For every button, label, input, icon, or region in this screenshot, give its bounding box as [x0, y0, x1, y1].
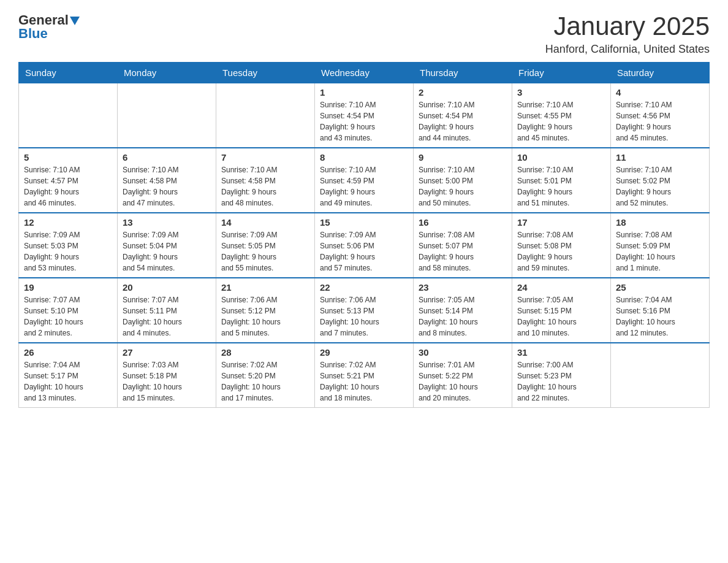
day-info: Sunrise: 7:10 AM Sunset: 4:54 PM Dayligh… [419, 99, 507, 144]
calendar-cell [19, 83, 118, 148]
calendar-week-row: 19Sunrise: 7:07 AM Sunset: 5:10 PM Dayli… [19, 278, 710, 343]
calendar-cell: 14Sunrise: 7:09 AM Sunset: 5:05 PM Dayli… [216, 213, 315, 278]
day-number: 19 [24, 282, 112, 293]
day-info: Sunrise: 7:01 AM Sunset: 5:22 PM Dayligh… [419, 359, 507, 404]
day-number: 14 [221, 217, 309, 228]
calendar-week-row: 5Sunrise: 7:10 AM Sunset: 4:57 PM Daylig… [19, 148, 710, 213]
calendar-cell: 8Sunrise: 7:10 AM Sunset: 4:59 PM Daylig… [315, 148, 414, 213]
day-number: 30 [419, 347, 507, 358]
calendar-cell: 26Sunrise: 7:04 AM Sunset: 5:17 PM Dayli… [19, 343, 118, 408]
calendar-cell: 27Sunrise: 7:03 AM Sunset: 5:18 PM Dayli… [118, 343, 216, 408]
day-number: 26 [24, 347, 112, 358]
day-number: 21 [221, 282, 309, 293]
calendar-cell: 19Sunrise: 7:07 AM Sunset: 5:10 PM Dayli… [19, 278, 118, 343]
logo-text-blue: Blue [18, 26, 48, 42]
day-info: Sunrise: 7:10 AM Sunset: 4:59 PM Dayligh… [320, 164, 408, 209]
day-info: Sunrise: 7:09 AM Sunset: 5:06 PM Dayligh… [320, 229, 408, 274]
day-number: 23 [419, 282, 507, 293]
calendar-cell: 3Sunrise: 7:10 AM Sunset: 4:55 PM Daylig… [512, 83, 611, 148]
calendar-cell: 20Sunrise: 7:07 AM Sunset: 5:11 PM Dayli… [118, 278, 216, 343]
day-number: 2 [419, 87, 507, 98]
location-title: Hanford, California, United States [545, 43, 710, 56]
day-number: 18 [616, 217, 704, 228]
day-number: 27 [123, 347, 211, 358]
logo-arrow-icon [70, 17, 80, 25]
day-number: 25 [616, 282, 704, 293]
day-info: Sunrise: 7:10 AM Sunset: 4:54 PM Dayligh… [320, 99, 408, 144]
calendar-cell: 11Sunrise: 7:10 AM Sunset: 5:02 PM Dayli… [611, 148, 710, 213]
day-number: 20 [123, 282, 211, 293]
day-info: Sunrise: 7:10 AM Sunset: 4:57 PM Dayligh… [24, 164, 112, 209]
day-info: Sunrise: 7:05 AM Sunset: 5:14 PM Dayligh… [419, 294, 507, 339]
day-info: Sunrise: 7:02 AM Sunset: 5:20 PM Dayligh… [221, 359, 309, 404]
calendar-cell [216, 83, 315, 148]
calendar-cell: 18Sunrise: 7:08 AM Sunset: 5:09 PM Dayli… [611, 213, 710, 278]
calendar-cell [118, 83, 216, 148]
day-number: 22 [320, 282, 408, 293]
day-info: Sunrise: 7:04 AM Sunset: 5:17 PM Dayligh… [24, 359, 112, 404]
day-of-week-header: Saturday [611, 63, 710, 83]
day-number: 31 [517, 347, 605, 358]
day-info: Sunrise: 7:10 AM Sunset: 5:02 PM Dayligh… [616, 164, 704, 209]
day-number: 12 [24, 217, 112, 228]
calendar-cell: 28Sunrise: 7:02 AM Sunset: 5:20 PM Dayli… [216, 343, 315, 408]
calendar-cell: 16Sunrise: 7:08 AM Sunset: 5:07 PM Dayli… [414, 213, 512, 278]
day-number: 15 [320, 217, 408, 228]
day-number: 9 [419, 152, 507, 163]
day-info: Sunrise: 7:09 AM Sunset: 5:05 PM Dayligh… [221, 229, 309, 274]
calendar-cell: 10Sunrise: 7:10 AM Sunset: 5:01 PM Dayli… [512, 148, 611, 213]
day-number: 3 [517, 87, 605, 98]
day-number: 5 [24, 152, 112, 163]
calendar-cell: 24Sunrise: 7:05 AM Sunset: 5:15 PM Dayli… [512, 278, 611, 343]
day-of-week-header: Tuesday [216, 63, 315, 83]
calendar-cell: 17Sunrise: 7:08 AM Sunset: 5:08 PM Dayli… [512, 213, 611, 278]
calendar-cell: 23Sunrise: 7:05 AM Sunset: 5:14 PM Dayli… [414, 278, 512, 343]
day-info: Sunrise: 7:08 AM Sunset: 5:09 PM Dayligh… [616, 229, 704, 274]
month-title: January 2025 [545, 12, 710, 40]
day-info: Sunrise: 7:03 AM Sunset: 5:18 PM Dayligh… [123, 359, 211, 404]
calendar-cell: 6Sunrise: 7:10 AM Sunset: 4:58 PM Daylig… [118, 148, 216, 213]
day-number: 8 [320, 152, 408, 163]
day-of-week-header: Monday [118, 63, 216, 83]
page-header: General Blue January 2025 Hanford, Calif… [18, 12, 710, 56]
logo: General Blue [18, 12, 80, 42]
calendar-cell: 30Sunrise: 7:01 AM Sunset: 5:22 PM Dayli… [414, 343, 512, 408]
day-info: Sunrise: 7:10 AM Sunset: 4:55 PM Dayligh… [517, 99, 605, 144]
day-number: 1 [320, 87, 408, 98]
title-block: January 2025 Hanford, California, United… [545, 12, 710, 56]
calendar-week-row: 1Sunrise: 7:10 AM Sunset: 4:54 PM Daylig… [19, 83, 710, 148]
calendar-cell: 9Sunrise: 7:10 AM Sunset: 5:00 PM Daylig… [414, 148, 512, 213]
day-number: 24 [517, 282, 605, 293]
day-of-week-header: Thursday [414, 63, 512, 83]
calendar-cell: 12Sunrise: 7:09 AM Sunset: 5:03 PM Dayli… [19, 213, 118, 278]
calendar-cell: 2Sunrise: 7:10 AM Sunset: 4:54 PM Daylig… [414, 83, 512, 148]
day-info: Sunrise: 7:00 AM Sunset: 5:23 PM Dayligh… [517, 359, 605, 404]
calendar-cell: 4Sunrise: 7:10 AM Sunset: 4:56 PM Daylig… [611, 83, 710, 148]
calendar-cell: 22Sunrise: 7:06 AM Sunset: 5:13 PM Dayli… [315, 278, 414, 343]
day-number: 6 [123, 152, 211, 163]
calendar-cell: 5Sunrise: 7:10 AM Sunset: 4:57 PM Daylig… [19, 148, 118, 213]
calendar-header-row: SundayMondayTuesdayWednesdayThursdayFrid… [19, 63, 710, 83]
calendar-cell: 29Sunrise: 7:02 AM Sunset: 5:21 PM Dayli… [315, 343, 414, 408]
day-number: 29 [320, 347, 408, 358]
day-info: Sunrise: 7:08 AM Sunset: 5:08 PM Dayligh… [517, 229, 605, 274]
day-info: Sunrise: 7:07 AM Sunset: 5:11 PM Dayligh… [123, 294, 211, 339]
day-info: Sunrise: 7:10 AM Sunset: 4:58 PM Dayligh… [221, 164, 309, 209]
day-info: Sunrise: 7:10 AM Sunset: 4:56 PM Dayligh… [616, 99, 704, 144]
day-info: Sunrise: 7:07 AM Sunset: 5:10 PM Dayligh… [24, 294, 112, 339]
calendar-week-row: 26Sunrise: 7:04 AM Sunset: 5:17 PM Dayli… [19, 343, 710, 408]
day-number: 11 [616, 152, 704, 163]
calendar-cell [611, 343, 710, 408]
day-number: 17 [517, 217, 605, 228]
svg-marker-0 [70, 17, 80, 25]
calendar-cell: 25Sunrise: 7:04 AM Sunset: 5:16 PM Dayli… [611, 278, 710, 343]
day-info: Sunrise: 7:08 AM Sunset: 5:07 PM Dayligh… [419, 229, 507, 274]
day-number: 10 [517, 152, 605, 163]
day-info: Sunrise: 7:10 AM Sunset: 5:01 PM Dayligh… [517, 164, 605, 209]
day-info: Sunrise: 7:06 AM Sunset: 5:13 PM Dayligh… [320, 294, 408, 339]
day-number: 16 [419, 217, 507, 228]
calendar-cell: 7Sunrise: 7:10 AM Sunset: 4:58 PM Daylig… [216, 148, 315, 213]
day-info: Sunrise: 7:04 AM Sunset: 5:16 PM Dayligh… [616, 294, 704, 339]
calendar-cell: 13Sunrise: 7:09 AM Sunset: 5:04 PM Dayli… [118, 213, 216, 278]
calendar-cell: 31Sunrise: 7:00 AM Sunset: 5:23 PM Dayli… [512, 343, 611, 408]
